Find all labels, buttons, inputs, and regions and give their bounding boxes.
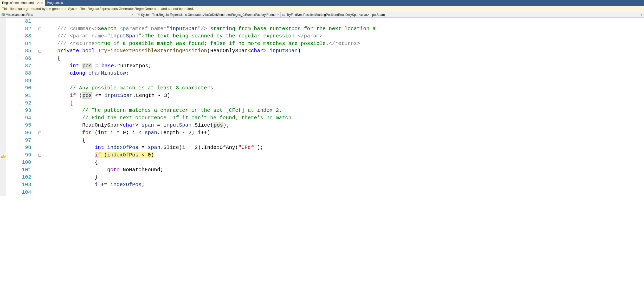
nav-class-label: System.Text.RegularExpressions.Generated…: [141, 13, 276, 17]
line-number: 91: [6, 92, 31, 100]
close-icon[interactable]: ×: [41, 1, 43, 5]
code-line[interactable]: if (pos <= inputSpan.Length - 3): [45, 92, 644, 100]
nav-class-dropdown[interactable]: System.Text.RegularExpressions.Generated…: [135, 12, 281, 17]
line-number: 88: [6, 70, 31, 77]
chevron-down-icon: ▾: [132, 14, 133, 16]
code-line[interactable]: private bool TryFindNextPossibleStarting…: [45, 47, 644, 55]
tab-regex-generated[interactable]: RegexGene...enerated] 📌 ×: [0, 0, 45, 6]
line-number: 98: [6, 144, 31, 152]
line-number: 86: [6, 55, 31, 62]
svg-rect-5: [282, 14, 285, 16]
readonly-info-bar: This file is auto-generated by the gener…: [0, 6, 644, 12]
svg-rect-3: [138, 14, 139, 15]
line-number: 87: [6, 62, 31, 70]
svg-marker-7: [1, 155, 5, 159]
line-number: 90: [6, 84, 31, 92]
code-line[interactable]: i += indexOfPos;: [45, 181, 644, 189]
pin-icon[interactable]: 📌: [36, 2, 39, 4]
method-icon: [282, 13, 285, 16]
nav-scope-dropdown[interactable]: C# Miscellaneous Files ▾: [0, 12, 135, 17]
code-area[interactable]: /// <summary>Search <paramref name="inpu…: [45, 18, 644, 196]
line-number-gutter[interactable]: 8182838485868788899091929394959697989910…: [6, 18, 34, 196]
nav-scope-label: Miscellaneous Files: [6, 13, 33, 17]
code-line[interactable]: {: [45, 100, 644, 107]
line-number: 96: [6, 129, 31, 137]
code-line[interactable]: ulong charMinusLow;: [45, 70, 644, 77]
code-line[interactable]: [45, 77, 644, 85]
code-line[interactable]: /// <returns>true if a possible match wa…: [45, 40, 644, 48]
chevron-down-icon: ▾: [278, 14, 279, 16]
line-number: 97: [6, 137, 31, 144]
fold-toggle[interactable]: −: [38, 50, 41, 53]
code-line[interactable]: int indexOfPos = span.Slice(i + 2).Index…: [45, 144, 644, 152]
navigation-bar: C# Miscellaneous Files ▾ System.Text.Reg…: [0, 12, 644, 18]
line-number: 92: [6, 100, 31, 107]
code-line[interactable]: /// <summary>Search <paramref name="inpu…: [45, 25, 644, 33]
line-number: 95: [6, 122, 31, 129]
chevron-down-icon: ▾: [641, 14, 642, 16]
line-number: 93: [6, 107, 31, 114]
code-line[interactable]: {: [45, 55, 644, 62]
line-number: 101: [6, 166, 31, 174]
code-line[interactable]: int pos = base.runtextpos;: [45, 62, 644, 70]
current-statement-arrow-icon: [1, 154, 5, 157]
code-line[interactable]: ReadOnlySpan<char> span = inputSpan.Slic…: [45, 122, 644, 129]
glyph-margin[interactable]: [0, 18, 6, 196]
code-editor[interactable]: 8182838485868788899091929394959697989910…: [0, 18, 644, 196]
svg-point-6: [283, 15, 284, 15]
line-number: 85: [6, 47, 31, 55]
code-line[interactable]: [45, 189, 644, 196]
line-number: 82: [6, 25, 31, 33]
code-line[interactable]: // The pattern matches a character in th…: [45, 107, 644, 114]
line-number: 89: [6, 77, 31, 85]
info-text: This file is auto-generated by the gener…: [2, 7, 194, 11]
svg-rect-4: [138, 15, 139, 15]
code-line[interactable]: /// <param name="inputSpan">The text bei…: [45, 32, 644, 40]
tab-label: Program.cs: [47, 1, 63, 5]
code-line[interactable]: {: [45, 137, 644, 144]
code-line[interactable]: // Any possible match is at least 3 char…: [45, 84, 644, 92]
code-line[interactable]: goto NoMatchFound;: [45, 166, 644, 174]
fold-toggle[interactable]: −: [38, 28, 41, 30]
nav-member-label: TryFindNextPossibleStartingPosition(Read…: [286, 13, 385, 17]
csharp-icon: C#: [2, 13, 5, 16]
line-number: 99: [6, 152, 31, 159]
line-number: 83: [6, 32, 31, 40]
nav-member-dropdown[interactable]: TryFindNextPossibleStartingPosition(Read…: [281, 12, 644, 17]
line-number: 102: [6, 174, 31, 181]
tab-label: RegexGene...enerated]: [2, 1, 35, 5]
tab-bar: RegexGene...enerated] 📌 × Program.cs: [0, 0, 644, 6]
code-line[interactable]: {: [45, 159, 644, 166]
line-number: 84: [6, 40, 31, 48]
code-line[interactable]: for (int i = 0; i < span.Length - 2; i++…: [45, 129, 644, 137]
line-number: 104: [6, 189, 31, 196]
code-line[interactable]: }: [45, 174, 644, 181]
code-line[interactable]: [45, 18, 644, 25]
code-line[interactable]: if (indexOfPos < 0): [45, 152, 644, 159]
class-icon: [137, 13, 140, 16]
tab-program[interactable]: Program.cs: [45, 0, 65, 6]
code-line[interactable]: // Find the next occurrence. If it can't…: [45, 114, 644, 122]
line-number: 103: [6, 181, 31, 189]
fold-column[interactable]: −−−−: [34, 18, 45, 196]
svg-text:C#: C#: [2, 14, 5, 16]
line-number: 94: [6, 114, 31, 122]
line-number: 81: [6, 18, 31, 25]
line-number: 100: [6, 159, 31, 166]
